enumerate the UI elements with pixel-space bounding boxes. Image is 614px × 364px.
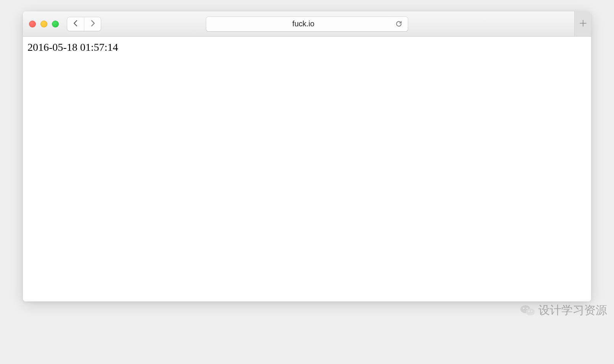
chevron-right-icon bbox=[90, 19, 95, 29]
maximize-window-button[interactable] bbox=[52, 21, 59, 27]
chevron-left-icon bbox=[73, 19, 78, 29]
page-content: 2016-05-18 01:57:14 bbox=[23, 37, 591, 301]
address-bar[interactable]: fuck.io bbox=[206, 17, 408, 31]
forward-button[interactable] bbox=[84, 17, 101, 31]
back-button[interactable] bbox=[67, 17, 84, 31]
svg-point-1 bbox=[526, 308, 535, 315]
close-window-button[interactable] bbox=[29, 21, 36, 27]
svg-point-2 bbox=[523, 308, 524, 309]
reload-icon[interactable] bbox=[395, 20, 402, 27]
plus-icon bbox=[579, 18, 587, 30]
navigation-buttons bbox=[67, 17, 101, 31]
svg-point-5 bbox=[531, 311, 532, 312]
watermark-text: 设计学习资源 bbox=[538, 303, 607, 318]
browser-window: fuck.io 2016-05-18 01:57:14 bbox=[23, 11, 591, 301]
minimize-window-button[interactable] bbox=[40, 21, 47, 27]
browser-toolbar: fuck.io bbox=[23, 11, 591, 37]
page-timestamp-text: 2016-05-18 01:57:14 bbox=[27, 41, 587, 53]
window-controls bbox=[29, 21, 59, 27]
new-tab-button[interactable] bbox=[574, 11, 591, 36]
svg-point-4 bbox=[528, 311, 530, 312]
url-text: fuck.io bbox=[212, 19, 395, 28]
wechat-icon bbox=[520, 303, 535, 318]
svg-point-3 bbox=[527, 308, 528, 309]
watermark: 设计学习资源 bbox=[520, 303, 607, 318]
